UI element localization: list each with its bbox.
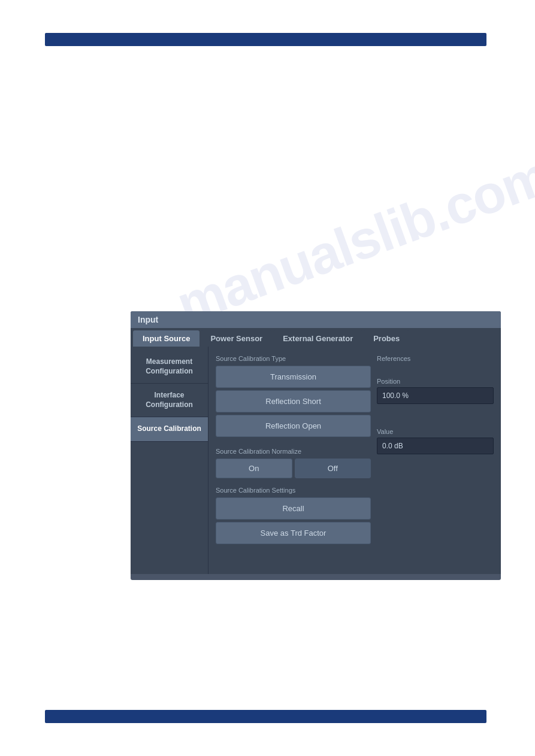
input-panel: Input Input Source Power Sensor External…	[131, 311, 501, 580]
tab-probes[interactable]: Probes	[364, 330, 409, 347]
source-cal-type-label: Source Calibration Type	[216, 355, 371, 362]
references-section: References Position Value	[377, 355, 494, 454]
normalize-on-button[interactable]: On	[216, 459, 292, 478]
main-content: Source Calibration Type Transmission Ref…	[208, 347, 501, 574]
reflection-open-button[interactable]: Reflection Open	[216, 415, 371, 437]
tab-bar: Input Source Power Sensor External Gener…	[131, 328, 501, 347]
top-bar	[45, 33, 486, 46]
source-cal-settings-label: Source Calibration Settings	[216, 487, 371, 494]
left-section: Source Calibration Type Transmission Ref…	[216, 353, 371, 568]
source-cal-normalize-label: Source Calibration Normalize	[216, 448, 371, 455]
sidebar-item-measurement-config[interactable]: Measurement Configuration	[131, 350, 208, 384]
right-section: References Position Value	[377, 353, 494, 568]
normalize-toggle-row: On Off	[216, 459, 371, 478]
transmission-button[interactable]: Transmission	[216, 366, 371, 388]
tab-power-sensor[interactable]: Power Sensor	[201, 330, 272, 347]
tab-external-generator[interactable]: External Generator	[273, 330, 362, 347]
sidebar-item-source-calibration[interactable]: Source Calibration	[131, 417, 208, 442]
normalize-off-button[interactable]: Off	[295, 459, 371, 478]
position-field: Position	[377, 378, 494, 404]
panel-body: Measurement Configuration Interface Conf…	[131, 347, 501, 574]
panel-title: Input	[131, 311, 501, 328]
save-trd-factor-button[interactable]: Save as Trd Factor	[216, 522, 371, 544]
recall-button[interactable]: Recall	[216, 497, 371, 520]
value-input[interactable]	[377, 438, 494, 454]
value-label: Value	[377, 428, 494, 435]
watermark: manualslib.com	[169, 145, 535, 336]
position-input[interactable]	[377, 387, 494, 404]
references-label: References	[377, 355, 494, 362]
sidebar: Measurement Configuration Interface Conf…	[131, 347, 208, 574]
value-field: Value	[377, 428, 494, 454]
tab-input-source[interactable]: Input Source	[133, 330, 200, 347]
position-label: Position	[377, 378, 494, 385]
bottom-bar	[45, 710, 486, 723]
reflection-short-button[interactable]: Reflection Short	[216, 390, 371, 412]
sidebar-item-interface-config[interactable]: Interface Configuration	[131, 384, 208, 417]
